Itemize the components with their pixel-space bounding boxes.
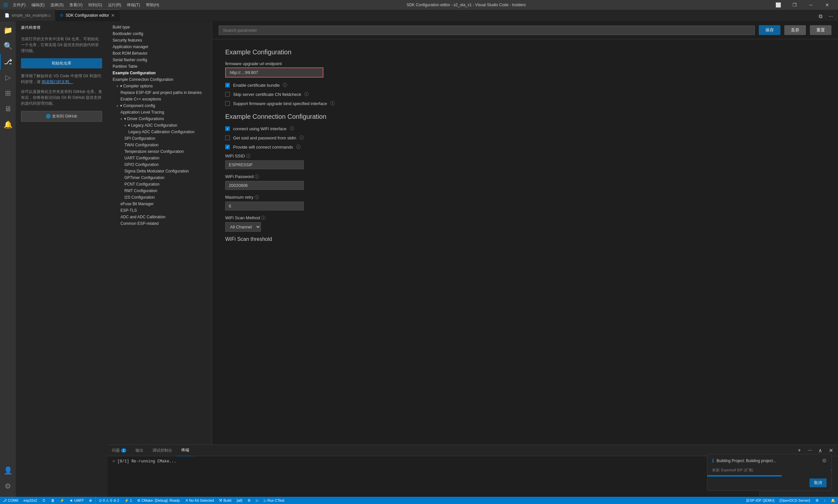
minimize-button[interactable]: ─ xyxy=(803,0,818,10)
publish-github-button[interactable]: 🌐 发布到 GitHub xyxy=(21,111,102,122)
max-retry-info-icon[interactable]: ⓘ xyxy=(255,195,259,200)
status-notifications-icon[interactable]: 🔔 xyxy=(828,499,838,503)
skip-server-cert-checkbox[interactable] xyxy=(225,92,230,96)
nav-uart[interactable]: UART Configuration xyxy=(107,155,212,161)
activity-extensions[interactable]: ⊞ xyxy=(0,86,16,101)
nav-app-tracing[interactable]: Application Level Tracing xyxy=(107,109,212,115)
nav-rmt[interactable]: RMT Configuration xyxy=(107,187,212,194)
provide-wifi-checkbox[interactable] xyxy=(225,145,230,149)
ssid-input[interactable] xyxy=(225,160,304,169)
tab-close-icon[interactable]: ✕ xyxy=(111,13,115,18)
new-terminal-button[interactable]: + xyxy=(795,446,804,455)
status-run[interactable]: ▷ xyxy=(253,497,261,504)
status-build[interactable]: ⚒ Build xyxy=(216,497,234,504)
status-settings[interactable]: ⚙ xyxy=(245,497,253,504)
save-button[interactable]: 保存 xyxy=(759,25,780,35)
nav-i2s[interactable]: I2S Configuration xyxy=(107,194,212,201)
menu-help[interactable]: 帮助(H) xyxy=(143,2,162,8)
more-actions-button[interactable]: ··· xyxy=(826,12,835,21)
nav-enable-cpp[interactable]: Enable C++ exceptions xyxy=(107,96,212,103)
notification-cancel-button[interactable]: 取消 xyxy=(809,479,826,487)
activity-notifications[interactable]: 🔔 xyxy=(0,117,16,132)
status-sync-icon[interactable]: ↑ xyxy=(821,499,828,502)
status-tasks[interactable]: ⚡ 1 xyxy=(122,497,135,504)
init-repo-button[interactable]: 初始化仓库 xyxy=(21,58,102,68)
firmware-url-input[interactable]: http://...:99:807 xyxy=(225,68,323,77)
activity-settings[interactable]: ⚙ xyxy=(0,479,16,494)
connect-wifi-info-icon[interactable]: ⓘ xyxy=(290,126,294,131)
scan-method-select[interactable]: All Channel Fast Scan xyxy=(225,222,261,232)
nav-common-esp[interactable]: Common ESP-related xyxy=(107,220,212,227)
get-ssid-checkbox[interactable] xyxy=(225,136,230,140)
max-retry-input[interactable] xyxy=(225,202,304,211)
discard-button[interactable]: 丢弃 xyxy=(784,25,806,35)
status-openocd[interactable]: [OpenOCD Server] xyxy=(777,499,813,502)
menu-terminal[interactable]: 终端(T) xyxy=(124,2,142,8)
activity-remote-explorer[interactable]: 🖥 xyxy=(0,101,16,117)
menu-run[interactable]: 运行(R) xyxy=(105,2,124,8)
nav-twai[interactable]: TWAI Configuration xyxy=(107,142,212,148)
nav-partition[interactable]: Partition Table xyxy=(107,63,212,70)
support-firmware-checkbox[interactable] xyxy=(225,101,230,106)
nav-build-type[interactable]: Build type xyxy=(107,24,212,31)
nav-example-config[interactable]: Example Configuration xyxy=(107,70,212,76)
maximize-button[interactable]: ⬜ xyxy=(770,0,786,10)
panel-tab-problems[interactable]: 问题 2 xyxy=(107,445,131,456)
activity-accounts[interactable]: 👤 xyxy=(0,463,16,479)
nav-sigma-delta[interactable]: Sigma Delta Modulator Configuration xyxy=(107,168,212,175)
nav-example-connection[interactable]: Example Connection Configuration xyxy=(107,76,212,83)
status-monitor[interactable]: ⚡ xyxy=(57,497,67,504)
nav-bootloader[interactable]: Bootloader config xyxy=(107,31,212,37)
scan-method-info-icon[interactable]: ⓘ xyxy=(261,215,266,220)
enable-cert-info-icon[interactable]: ⓘ xyxy=(283,82,287,88)
status-no-kit[interactable]: ✕ No Kit Selected xyxy=(183,497,217,504)
nav-replace-paths[interactable]: Replace ESP-IDF and project paths in bin… xyxy=(107,89,212,96)
password-input[interactable] xyxy=(225,181,304,190)
split-editor-button[interactable]: ⧉ xyxy=(816,12,825,21)
activity-run[interactable]: ▷ xyxy=(0,70,16,86)
get-ssid-info-icon[interactable]: ⓘ xyxy=(300,135,304,141)
status-settings-icon[interactable]: ⚙ xyxy=(813,499,821,503)
nav-boot-rom[interactable]: Boot ROM Behavior xyxy=(107,50,212,57)
nav-serial-flasher[interactable]: Serial flasher config xyxy=(107,57,212,63)
panel-tab-terminal[interactable]: 终端 xyxy=(177,445,194,456)
ssid-info-icon[interactable]: ⓘ xyxy=(246,154,250,158)
status-uart[interactable]: ★ UART xyxy=(67,497,86,504)
menu-edit[interactable]: 编辑(E) xyxy=(29,2,47,8)
status-git-branch[interactable]: ⎇ COM6 xyxy=(0,497,21,504)
status-cmake[interactable]: ⚙ CMake: [Debug]: Ready xyxy=(135,497,182,504)
menu-file[interactable]: 文件(F) xyxy=(10,2,28,8)
notification-settings-icon[interactable]: ⚙ xyxy=(822,457,826,464)
activity-source-control[interactable]: ⎇ xyxy=(0,54,16,70)
docs-link[interactable]: 阅读我们的文档。 xyxy=(41,79,73,84)
nav-pcnt[interactable]: PCNT Configuration xyxy=(107,181,212,187)
nav-app-manager[interactable]: Application manager xyxy=(107,43,212,50)
reset-button[interactable]: 重置 xyxy=(810,25,832,35)
status-erase[interactable]: 🗑 xyxy=(49,497,57,504)
nav-spi[interactable]: SPI Configuration xyxy=(107,135,212,142)
panel-more-button[interactable]: ··· xyxy=(805,446,815,455)
activity-search[interactable]: 🔍 xyxy=(0,38,16,54)
tab-sdk-config[interactable]: ⚙ SDK Configuration editor ✕ xyxy=(55,10,120,21)
status-esp-idf-qemu[interactable]: [ESP-IDF QEMU] xyxy=(744,499,777,502)
nav-legacy-adc[interactable]: ▾▾ Legacy ADC Configuration xyxy=(107,122,212,129)
menu-view[interactable]: 查看(V) xyxy=(67,2,85,8)
nav-esp-tls[interactable]: ESP-TLS xyxy=(107,207,212,214)
search-input[interactable] xyxy=(219,25,755,35)
status-device[interactable]: esp32s2 xyxy=(21,497,40,504)
status-add[interactable]: ⊕ xyxy=(86,497,95,504)
nav-legacy-adc-cal[interactable]: Legacy ADC Calibration Configuration xyxy=(107,129,212,135)
close-button[interactable]: ✕ xyxy=(820,0,835,10)
nav-gptimer[interactable]: GPTimer Configuration xyxy=(107,175,212,181)
tab-simple-ota[interactable]: 📄 simple_ota_example.c xyxy=(0,10,55,21)
nav-adc-cal[interactable]: ADC and ADC Calibration xyxy=(107,214,212,220)
skip-server-cert-info-icon[interactable]: ⓘ xyxy=(304,91,309,97)
nav-compiler-options[interactable]: ▾▾ Compiler options xyxy=(107,83,212,89)
password-info-icon[interactable]: ⓘ xyxy=(255,174,259,179)
status-flash[interactable]: 🗒 xyxy=(40,497,49,504)
panel-chevron-up-icon[interactable]: ∧ xyxy=(816,446,825,455)
connect-wifi-checkbox[interactable] xyxy=(225,126,230,131)
nav-security[interactable]: Security features xyxy=(107,37,212,43)
nav-efuse[interactable]: eFuse Bit Manager xyxy=(107,201,212,207)
panel-tab-output[interactable]: 输出 xyxy=(131,445,148,456)
